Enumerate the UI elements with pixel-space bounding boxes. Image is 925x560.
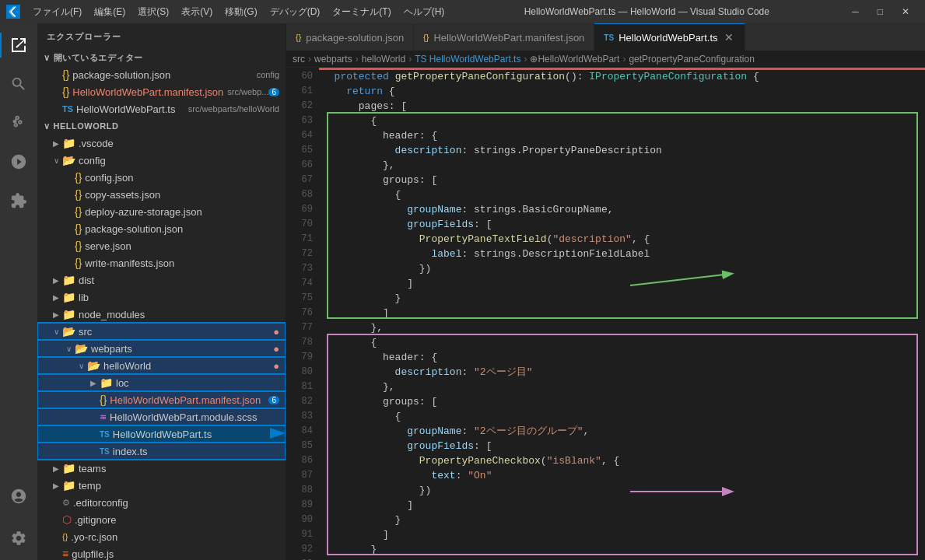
- folder-teams-icon: 📁: [62, 462, 75, 474]
- gulp-icon: ≡: [62, 548, 68, 560]
- tab-manifest[interactable]: {} HelloWorldWebPart.manifest.json: [414, 23, 594, 51]
- tree-temp[interactable]: ▶ 📁 temp: [37, 477, 286, 494]
- activity-search[interactable]: [0, 65, 37, 103]
- open-editor-manifest[interactable]: {} HelloWorldWebPart.manifest.json src/w…: [37, 83, 286, 100]
- tree-dist[interactable]: ▶ 📁 dist: [37, 271, 286, 289]
- bc-sep1: ›: [308, 54, 311, 65]
- tree-lib[interactable]: ▶ 📁 lib: [37, 289, 286, 306]
- menu-terminal[interactable]: ターミナル(T): [326, 4, 397, 20]
- tree-manifest-file[interactable]: {} HelloWorldWebPart.manifest.json 6: [37, 391, 286, 408]
- titlebar: ファイル(F) 編集(E) 選択(S) 表示(V) 移動(G) デバッグ(D) …: [0, 0, 925, 23]
- bc-method[interactable]: getPropertyPaneConfiguration: [629, 54, 754, 65]
- close-button[interactable]: ✕: [892, 0, 919, 23]
- tree-deploy-azure[interactable]: {} deploy-azure-storage.json: [37, 203, 286, 220]
- json-icon3: {}: [75, 171, 82, 184]
- json-icon8: {}: [75, 257, 82, 269]
- activity-source-control[interactable]: [0, 104, 37, 142]
- app-icon: [6, 5, 20, 19]
- json-icon: {}: [62, 68, 69, 81]
- main-layout: エクスプローラー ∨ 開いているエディター {} package-solutio…: [0, 23, 925, 560]
- breadcrumb: src › webparts › helloWorld › TS HelloWo…: [286, 51, 925, 68]
- tree-config-folder[interactable]: ∨ 📂 config: [37, 152, 286, 169]
- tree-src[interactable]: ∨ 📂 src ●: [37, 323, 286, 340]
- folder-temp-icon: 📁: [62, 479, 75, 492]
- activity-accounts[interactable]: [0, 478, 37, 515]
- tree-loc[interactable]: ▶ 📁 loc: [37, 374, 286, 391]
- tab-label-3: HelloWorldWebPart.ts: [618, 32, 717, 44]
- tree-vscode-folder[interactable]: ▶ 📁 .vscode: [37, 135, 286, 152]
- tab-label-1: package-solution.json: [306, 32, 404, 44]
- folder-node-icon: 📁: [62, 308, 75, 320]
- ts-file-icon: TS: [100, 430, 110, 439]
- ts-icon: TS: [62, 104, 73, 114]
- folder-loc-icon: 📁: [100, 376, 113, 389]
- minimize-button[interactable]: ─: [843, 0, 868, 23]
- bc-src[interactable]: src: [293, 54, 305, 65]
- tree-gitignore[interactable]: ⬡ .gitignore: [37, 511, 286, 528]
- activity-extensions[interactable]: [0, 182, 37, 219]
- tree-yo-rc[interactable]: {} .yo-rc.json: [37, 528, 286, 545]
- line-numbers: 60 61 62 63 64 65 66 67 68 69 70 71 72 7…: [286, 68, 319, 560]
- json-icon6: {}: [75, 222, 82, 235]
- tree-config-json[interactable]: {} config.json: [37, 169, 286, 186]
- tree-node-modules[interactable]: ▶ 📁 node_modules: [37, 306, 286, 323]
- menu-edit[interactable]: 編集(E): [88, 4, 131, 20]
- bc-class[interactable]: ⊕HelloWorldWebPart: [530, 54, 619, 65]
- gitignore-icon: ⬡: [62, 513, 72, 526]
- tab-package-solution[interactable]: {} package-solution.json: [286, 23, 414, 51]
- tab-json-icon2: {}: [423, 33, 429, 42]
- folder-src-icon: 📂: [62, 325, 75, 338]
- tab-json-icon1: {}: [296, 33, 301, 42]
- activity-explorer[interactable]: [0, 26, 37, 64]
- activity-debug[interactable]: [0, 143, 37, 180]
- menu-bar[interactable]: ファイル(F) 編集(E) 選択(S) 表示(V) 移動(G) デバッグ(D) …: [26, 4, 450, 20]
- tree-write-manifests[interactable]: {} write-manifests.json: [37, 254, 286, 271]
- menu-view[interactable]: 表示(V): [175, 4, 219, 20]
- tree-copy-assets[interactable]: {} copy-assets.json: [37, 186, 286, 203]
- bc-sep4: ›: [524, 54, 527, 65]
- tree-editorconfig[interactable]: ⚙ .editorconfig: [37, 494, 286, 511]
- tree-index-ts[interactable]: TS index.ts: [37, 443, 286, 460]
- tree-ts-file[interactable]: TS HelloWorldWebPart.ts: [37, 425, 286, 443]
- menu-help[interactable]: ヘルプ(H): [398, 4, 451, 20]
- bc-helloworld[interactable]: helloWorld: [362, 54, 405, 65]
- menu-select[interactable]: 選択(S): [131, 4, 175, 20]
- tab-close-button[interactable]: ✕: [723, 31, 735, 44]
- folder-icon: 📁: [62, 137, 75, 149]
- bc-sep2: ›: [356, 54, 359, 65]
- folder-webparts-icon: 📂: [75, 342, 88, 355]
- tab-ts-icon: TS: [604, 33, 614, 42]
- tree-webparts[interactable]: ∨ 📂 webparts ●: [37, 340, 286, 357]
- tab-ts-file[interactable]: TS HelloWorldWebPart.ts ✕: [594, 23, 745, 51]
- json-icon2: {}: [62, 86, 69, 98]
- menu-debug[interactable]: デバッグ(D): [264, 4, 327, 20]
- menu-go[interactable]: 移動(G): [219, 4, 263, 20]
- folder-config-icon: 📂: [62, 154, 75, 166]
- tree-helloworld[interactable]: ∨ 📂 helloWorld ●: [37, 357, 286, 374]
- tree-package-solution-config[interactable]: {} package-solution.json: [37, 220, 286, 237]
- tree-teams[interactable]: ▶ 📁 teams: [37, 460, 286, 477]
- sidebar: エクスプローラー ∨ 開いているエディター {} package-solutio…: [37, 23, 286, 560]
- helloworld-header[interactable]: ∨ HELLOWORLD: [37, 117, 286, 135]
- tabs-container: {} package-solution.json {} HelloWorldWe…: [286, 23, 925, 51]
- folder-helloworld-icon: 📂: [87, 359, 100, 372]
- file-tree: ∨ 開いているエディター {} package-solution.json co…: [37, 49, 286, 560]
- maximize-button[interactable]: □: [868, 0, 892, 23]
- window-controls[interactable]: ─ □ ✕: [843, 0, 919, 23]
- tree-gulpfile[interactable]: ≡ gulpfile.js: [37, 545, 286, 560]
- open-editor-package-solution[interactable]: {} package-solution.json config: [37, 66, 286, 83]
- folder-dist-icon: 📁: [62, 274, 75, 286]
- bc-webparts[interactable]: webparts: [314, 54, 352, 65]
- open-editors-label: 開いているエディター: [54, 52, 143, 64]
- tree-serve-json[interactable]: {} serve.json: [37, 237, 286, 254]
- json-icon5: {}: [75, 205, 82, 218]
- editor-content[interactable]: 60 61 62 63 64 65 66 67 68 69 70 71 72 7…: [286, 68, 925, 560]
- bc-sep3: ›: [408, 54, 412, 65]
- json-icon7: {}: [75, 240, 82, 252]
- open-editors-header[interactable]: ∨ 開いているエディター: [37, 49, 286, 66]
- bc-ts[interactable]: TS HelloWorldWebPart.ts: [415, 54, 520, 65]
- open-editor-ts[interactable]: TS HelloWorldWebPart.ts src/webparts/hel…: [37, 100, 286, 117]
- activity-settings[interactable]: [0, 520, 37, 557]
- tree-scss-file[interactable]: ≋ HelloWorldWebPart.module.scss: [37, 408, 286, 425]
- menu-file[interactable]: ファイル(F): [26, 4, 88, 20]
